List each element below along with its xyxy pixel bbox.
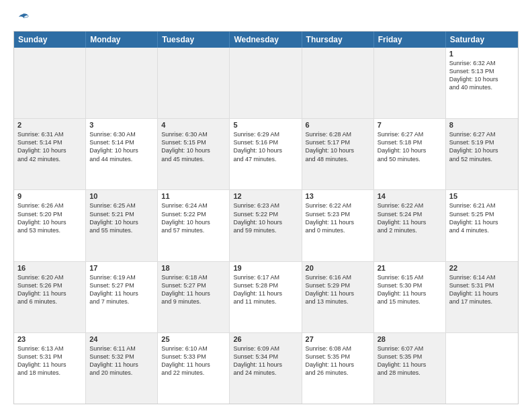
calendar-cell: 8Sunrise: 6:27 AM Sunset: 5:19 PM Daylig…: [446, 119, 518, 189]
calendar-cell: [446, 333, 518, 404]
calendar-cell: [14, 48, 86, 118]
logo: [13, 11, 30, 26]
day-number: 27: [306, 335, 370, 343]
header: [13, 11, 519, 26]
cell-info-text: Sunrise: 6:13 AM Sunset: 5:31 PM Dayligh…: [17, 345, 82, 377]
cell-info-text: Sunrise: 6:16 AM Sunset: 5:29 PM Dayligh…: [306, 273, 370, 306]
cell-info-text: Sunrise: 6:08 AM Sunset: 5:35 PM Dayligh…: [306, 345, 370, 377]
header-day-thursday: Thursday: [302, 32, 374, 48]
calendar-cell: 27Sunrise: 6:08 AM Sunset: 5:35 PM Dayli…: [302, 333, 374, 404]
cell-info-text: Sunrise: 6:14 AM Sunset: 5:31 PM Dayligh…: [449, 273, 515, 306]
header-day-saturday: Saturday: [446, 32, 518, 48]
day-number: 20: [306, 264, 370, 272]
day-number: 17: [89, 264, 154, 272]
day-number: 11: [161, 192, 226, 200]
calendar-cell: 17Sunrise: 6:19 AM Sunset: 5:27 PM Dayli…: [86, 262, 158, 332]
day-number: 24: [89, 335, 154, 343]
calendar-cell: 24Sunrise: 6:11 AM Sunset: 5:32 PM Dayli…: [86, 333, 158, 404]
day-number: 4: [161, 121, 226, 129]
day-number: 18: [161, 264, 226, 272]
cell-info-text: Sunrise: 6:30 AM Sunset: 5:15 PM Dayligh…: [161, 130, 226, 163]
cell-info-text: Sunrise: 6:15 AM Sunset: 5:30 PM Dayligh…: [378, 273, 442, 306]
calendar-cell: [158, 48, 230, 118]
calendar-cell: 3Sunrise: 6:30 AM Sunset: 5:14 PM Daylig…: [86, 119, 158, 189]
calendar: SundayMondayTuesdayWednesdayThursdayFrid…: [13, 31, 519, 404]
calendar-row-3: 16Sunrise: 6:20 AM Sunset: 5:26 PM Dayli…: [14, 261, 518, 332]
cell-info-text: Sunrise: 6:27 AM Sunset: 5:19 PM Dayligh…: [449, 130, 515, 163]
logo-bird-icon: [15, 11, 30, 26]
calendar-row-2: 9Sunrise: 6:26 AM Sunset: 5:20 PM Daylig…: [14, 189, 518, 261]
day-number: 16: [17, 264, 82, 272]
day-number: 22: [449, 264, 515, 272]
calendar-cell: 21Sunrise: 6:15 AM Sunset: 5:30 PM Dayli…: [374, 262, 446, 332]
calendar-cell: 13Sunrise: 6:22 AM Sunset: 5:23 PM Dayli…: [302, 190, 374, 261]
day-number: 25: [161, 335, 226, 343]
cell-info-text: Sunrise: 6:17 AM Sunset: 5:28 PM Dayligh…: [233, 273, 298, 306]
cell-info-text: Sunrise: 6:09 AM Sunset: 5:34 PM Dayligh…: [233, 345, 298, 377]
day-number: 9: [17, 192, 82, 200]
day-number: 10: [89, 192, 154, 200]
cell-info-text: Sunrise: 6:25 AM Sunset: 5:21 PM Dayligh…: [89, 201, 154, 234]
cell-info-text: Sunrise: 6:28 AM Sunset: 5:17 PM Dayligh…: [306, 130, 370, 163]
day-number: 23: [17, 335, 82, 343]
cell-info-text: Sunrise: 6:27 AM Sunset: 5:18 PM Dayligh…: [378, 130, 442, 163]
day-number: 12: [233, 192, 298, 200]
calendar-cell: 26Sunrise: 6:09 AM Sunset: 5:34 PM Dayli…: [230, 333, 302, 404]
calendar-cell: 2Sunrise: 6:31 AM Sunset: 5:14 PM Daylig…: [14, 119, 86, 189]
cell-info-text: Sunrise: 6:31 AM Sunset: 5:14 PM Dayligh…: [17, 130, 82, 163]
calendar-cell: 20Sunrise: 6:16 AM Sunset: 5:29 PM Dayli…: [302, 262, 374, 332]
day-number: 28: [378, 335, 442, 343]
header-day-monday: Monday: [86, 32, 158, 48]
calendar-cell: 12Sunrise: 6:23 AM Sunset: 5:22 PM Dayli…: [230, 190, 302, 261]
day-number: 5: [233, 121, 298, 129]
page: SundayMondayTuesdayWednesdayThursdayFrid…: [0, 0, 532, 411]
day-number: 6: [306, 121, 370, 129]
cell-info-text: Sunrise: 6:32 AM Sunset: 5:13 PM Dayligh…: [449, 59, 515, 92]
cell-info-text: Sunrise: 6:30 AM Sunset: 5:14 PM Dayligh…: [89, 130, 154, 163]
calendar-cell: 16Sunrise: 6:20 AM Sunset: 5:26 PM Dayli…: [14, 262, 86, 332]
day-number: 3: [89, 121, 154, 129]
day-number: 21: [378, 264, 442, 272]
calendar-cell: 7Sunrise: 6:27 AM Sunset: 5:18 PM Daylig…: [374, 119, 446, 189]
calendar-cell: 11Sunrise: 6:24 AM Sunset: 5:22 PM Dayli…: [158, 190, 230, 261]
header-day-tuesday: Tuesday: [158, 32, 230, 48]
day-number: 15: [449, 192, 515, 200]
header-day-friday: Friday: [374, 32, 446, 48]
calendar-row-1: 2Sunrise: 6:31 AM Sunset: 5:14 PM Daylig…: [14, 118, 518, 189]
calendar-cell: 1Sunrise: 6:32 AM Sunset: 5:13 PM Daylig…: [446, 48, 518, 118]
calendar-cell: 18Sunrise: 6:18 AM Sunset: 5:27 PM Dayli…: [158, 262, 230, 332]
calendar-cell: 4Sunrise: 6:30 AM Sunset: 5:15 PM Daylig…: [158, 119, 230, 189]
cell-info-text: Sunrise: 6:07 AM Sunset: 5:35 PM Dayligh…: [378, 345, 442, 377]
calendar-cell: 14Sunrise: 6:22 AM Sunset: 5:24 PM Dayli…: [374, 190, 446, 261]
cell-info-text: Sunrise: 6:26 AM Sunset: 5:20 PM Dayligh…: [17, 201, 82, 234]
day-number: 8: [449, 121, 515, 129]
calendar-cell: [374, 48, 446, 118]
cell-info-text: Sunrise: 6:11 AM Sunset: 5:32 PM Dayligh…: [89, 345, 154, 377]
cell-info-text: Sunrise: 6:21 AM Sunset: 5:25 PM Dayligh…: [449, 201, 515, 234]
day-number: 26: [233, 335, 298, 343]
calendar-cell: 22Sunrise: 6:14 AM Sunset: 5:31 PM Dayli…: [446, 262, 518, 332]
calendar-header: SundayMondayTuesdayWednesdayThursdayFrid…: [14, 32, 518, 48]
calendar-cell: 23Sunrise: 6:13 AM Sunset: 5:31 PM Dayli…: [14, 333, 86, 404]
cell-info-text: Sunrise: 6:20 AM Sunset: 5:26 PM Dayligh…: [17, 273, 82, 306]
calendar-cell: 28Sunrise: 6:07 AM Sunset: 5:35 PM Dayli…: [374, 333, 446, 404]
cell-info-text: Sunrise: 6:23 AM Sunset: 5:22 PM Dayligh…: [233, 201, 298, 234]
calendar-cell: 10Sunrise: 6:25 AM Sunset: 5:21 PM Dayli…: [86, 190, 158, 261]
header-day-wednesday: Wednesday: [230, 32, 302, 48]
day-number: 1: [449, 50, 515, 58]
cell-info-text: Sunrise: 6:24 AM Sunset: 5:22 PM Dayligh…: [161, 201, 226, 234]
calendar-cell: 15Sunrise: 6:21 AM Sunset: 5:25 PM Dayli…: [446, 190, 518, 261]
calendar-cell: 5Sunrise: 6:29 AM Sunset: 5:16 PM Daylig…: [230, 119, 302, 189]
cell-info-text: Sunrise: 6:18 AM Sunset: 5:27 PM Dayligh…: [161, 273, 226, 306]
day-number: 14: [378, 192, 442, 200]
calendar-row-0: 1Sunrise: 6:32 AM Sunset: 5:13 PM Daylig…: [14, 48, 518, 118]
cell-info-text: Sunrise: 6:22 AM Sunset: 5:23 PM Dayligh…: [306, 201, 370, 234]
calendar-cell: 9Sunrise: 6:26 AM Sunset: 5:20 PM Daylig…: [14, 190, 86, 261]
day-number: 7: [378, 121, 442, 129]
calendar-cell: 19Sunrise: 6:17 AM Sunset: 5:28 PM Dayli…: [230, 262, 302, 332]
calendar-cell: [302, 48, 374, 118]
calendar-cell: [230, 48, 302, 118]
calendar-cell: 25Sunrise: 6:10 AM Sunset: 5:33 PM Dayli…: [158, 333, 230, 404]
calendar-row-4: 23Sunrise: 6:13 AM Sunset: 5:31 PM Dayli…: [14, 332, 518, 404]
header-day-sunday: Sunday: [14, 32, 86, 48]
